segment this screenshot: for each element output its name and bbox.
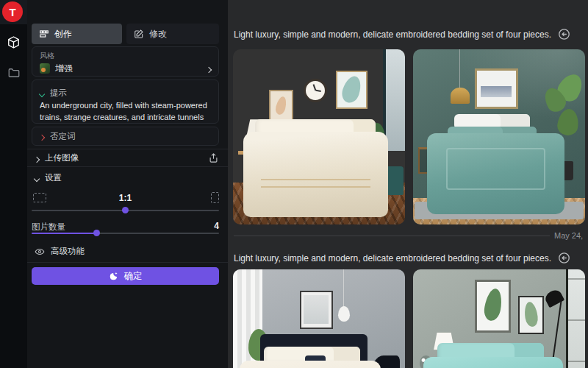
eye-icon — [35, 247, 45, 257]
gallery-prompt-row: Light luxury, simple and modern, delicat… — [234, 28, 570, 40]
gallery: Light luxury, simple and modern, delicat… — [228, 0, 588, 368]
style-value: 增强 — [55, 63, 73, 75]
prompt-header[interactable]: 提示 — [40, 86, 67, 99]
edit-icon — [134, 29, 144, 39]
settings-label: 设置 — [45, 172, 62, 183]
tab-edit-label: 修改 — [149, 28, 167, 40]
image-count-value: 4 — [214, 221, 219, 231]
settings-header[interactable]: 设置 — [35, 171, 62, 184]
panel-divider — [27, 262, 228, 263]
generated-image[interactable] — [233, 49, 405, 224]
advanced-label: 高级功能 — [51, 246, 85, 257]
upload-icon[interactable] — [208, 152, 219, 163]
tab-create-label: 创作 — [54, 28, 72, 40]
advanced-row[interactable]: 高级功能 — [35, 246, 85, 257]
app-window: T 创作 — [0, 0, 588, 368]
gallery-prompt-row: Light luxury, simple and modern, delicat… — [234, 252, 570, 264]
tab-edit[interactable]: 修改 — [126, 24, 219, 44]
reuse-prompt-icon[interactable] — [558, 252, 570, 264]
aspect-ratio-value: 1:1 — [32, 193, 219, 203]
generated-image[interactable] — [233, 269, 405, 368]
generated-image[interactable] — [413, 49, 585, 224]
grid-icon — [39, 29, 49, 39]
chevron-down-icon — [40, 86, 44, 99]
aspect-slider-handle[interactable] — [122, 207, 129, 213]
brand-logo[interactable]: T — [2, 1, 23, 22]
style-card[interactable]: 风格 增强 — [32, 46, 219, 77]
chevron-right-icon — [35, 152, 39, 165]
generated-image[interactable] — [413, 269, 585, 368]
style-label: 风格 — [40, 51, 54, 61]
brand-letter: T — [9, 6, 15, 18]
count-slider-handle[interactable] — [93, 230, 100, 236]
upload-label: 上传图像 — [45, 152, 79, 163]
folder-icon[interactable] — [6, 65, 21, 80]
chevron-right-icon — [207, 62, 211, 75]
prompt-input[interactable]: An underground city, filled with steam-p… — [40, 100, 211, 122]
date-divider: May 24, — [234, 231, 588, 240]
prompt-label: 提示 — [50, 88, 67, 99]
count-slider-fill — [32, 233, 97, 234]
chevron-right-icon — [40, 130, 44, 143]
chevron-down-icon — [35, 171, 39, 184]
divider-line — [234, 236, 550, 236]
portrait-ratio-icon[interactable] — [211, 192, 219, 203]
control-panel: 创作 修改 风格 增强 提示 — [27, 0, 228, 368]
gallery-prompt-text: Light luxury, simple and modern, delicat… — [234, 253, 551, 263]
date-label: May 24, — [554, 231, 583, 240]
style-thumbnail — [40, 63, 50, 74]
negative-label: 否定词 — [50, 131, 76, 142]
upload-row[interactable]: 上传图像 — [27, 149, 228, 167]
negative-card[interactable]: 否定词 — [32, 127, 219, 146]
confirm-label: 确定 — [124, 270, 143, 283]
reuse-prompt-icon[interactable] — [558, 28, 570, 40]
moon-sparkle-icon — [109, 271, 119, 281]
confirm-button[interactable]: 确定 — [32, 267, 219, 285]
nav-rail: T — [0, 0, 27, 368]
cube-icon[interactable] — [6, 35, 21, 50]
image-count-label: 图片数量 — [32, 222, 65, 233]
gallery-prompt-text: Light luxury, simple and modern, delicat… — [234, 29, 551, 40]
prompt-card[interactable]: 提示 An underground city, filled with stea… — [32, 79, 219, 124]
tab-create[interactable]: 创作 — [32, 24, 122, 44]
